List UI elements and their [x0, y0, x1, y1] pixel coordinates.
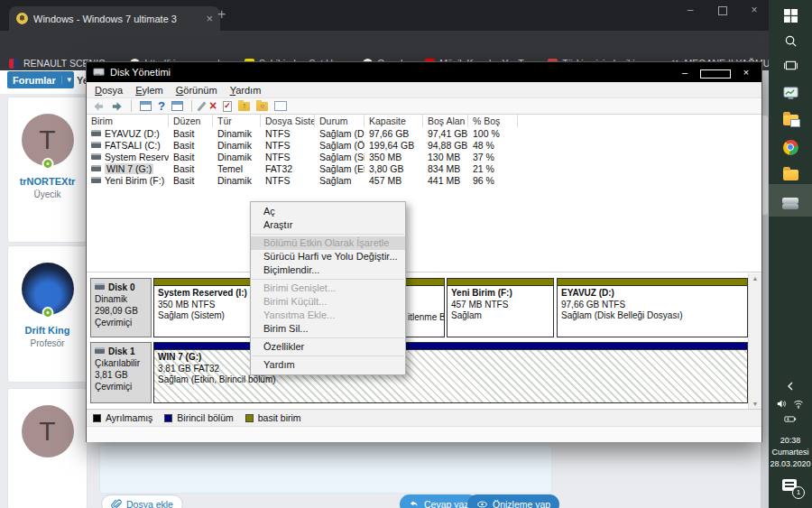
menu-action[interactable]: Eylem [129, 85, 170, 96]
partition-win7-selected[interactable]: WIN 7 (G:) 3,81 GB FAT32 Sağlam (Etkin, … [153, 342, 748, 403]
menu-item-extend: Birimi Genişlet... [251, 282, 405, 295]
help-icon[interactable] [158, 101, 165, 111]
volume-row[interactable]: System Reserved (I:) BasitDinamik NTFSSa… [87, 152, 761, 163]
disk-icon [95, 283, 105, 290]
window-titlebar[interactable]: Disk Yönetimi – × [87, 62, 761, 82]
graph-scrollbar[interactable]: ▲ ▼ [748, 273, 761, 409]
tool-icon[interactable] [197, 101, 206, 111]
column-header[interactable]: Birim [87, 115, 169, 127]
folder-up-icon[interactable] [238, 102, 250, 111]
battery-icon [784, 415, 797, 423]
menu-file[interactable]: Dosya [88, 85, 129, 96]
reply-editor[interactable] [99, 445, 552, 494]
partition-yeni-birim[interactable]: Yeni Birim (F:) 457 MB NTFS Sağlam [447, 278, 554, 337]
date: 28.03.2020 [769, 458, 812, 470]
tab-close-icon[interactable]: × [206, 13, 213, 24]
properties-icon[interactable] [274, 101, 287, 111]
chevron-left-icon [786, 382, 795, 391]
menu-item-delete-volume[interactable]: Birim Sil... [251, 322, 405, 336]
window-title: Disk Yönetimi [110, 67, 171, 78]
check-document-icon[interactable] [223, 101, 232, 112]
search-button[interactable] [769, 27, 812, 54]
chrome-icon [783, 140, 798, 155]
new-tab-button[interactable]: + [217, 7, 226, 22]
notification-badge: 1 [792, 486, 805, 499]
volume-row[interactable]: Yeni Birim (F:) BasitDinamik NTFSSağlam … [87, 175, 761, 187]
hidden-icons-button[interactable] [769, 379, 812, 393]
disk-management-window: Disk Yönetimi – × Dosya Eylem Görünüm Ya… [86, 61, 762, 442]
context-menu: Aç Araştır Bölümü Etkin Olarak İşaretle … [250, 201, 406, 375]
forward-icon[interactable] [111, 101, 123, 112]
task-view-button[interactable] [769, 51, 812, 79]
column-header[interactable]: Dosya Sistemi [261, 115, 315, 127]
menu-item-help[interactable]: Yardım [251, 358, 405, 372]
avatar[interactable] [22, 263, 74, 315]
browser-minimize-button[interactable]: – [679, 4, 701, 16]
unallocated-swatch [93, 414, 101, 422]
performance-monitor-button[interactable] [769, 79, 812, 106]
window-maximize-button[interactable] [700, 62, 731, 82]
column-header[interactable]: % Boş [468, 115, 518, 127]
start-button[interactable] [769, 2, 812, 29]
delete-icon[interactable] [209, 101, 217, 111]
online-badge [42, 307, 53, 319]
battery-button[interactable] [769, 411, 812, 426]
new-window-icon[interactable] [171, 101, 183, 111]
preview-button[interactable]: Önizleme yap [467, 494, 559, 508]
scroll-down-icon[interactable]: ▼ [749, 401, 761, 407]
forum-user-card: T [7, 388, 88, 508]
disk0-info[interactable]: Disk 0 Dinamik 298,09 GB Çevrimiçi [90, 278, 152, 337]
chrome-button[interactable] [769, 134, 812, 161]
browser-maximize-button[interactable] [712, 4, 734, 18]
browser-tab[interactable]: Windows - Windows 7 ultimate 3 × [9, 6, 220, 31]
back-icon[interactable] [93, 101, 105, 112]
folder-icon [783, 170, 798, 180]
toolbar [87, 97, 761, 115]
scroll-up-icon[interactable]: ▲ [749, 275, 761, 282]
menu-item-format[interactable]: Biçimlendir... [251, 263, 405, 277]
menu-view[interactable]: Görünüm [170, 85, 224, 96]
menu-separator [252, 337, 404, 338]
clock[interactable]: 20:38 Cumartesi 28.03.2020 [769, 435, 812, 470]
reply-button[interactable]: Cevap yaz [400, 494, 478, 508]
window-minimize-button[interactable]: – [669, 62, 700, 82]
avatar[interactable]: T [22, 114, 74, 166]
avatar[interactable]: T [22, 405, 74, 457]
folder-search-icon[interactable] [256, 102, 268, 111]
simple-volume-band [558, 279, 747, 286]
column-header[interactable]: Kapasite [364, 115, 423, 127]
volume-row[interactable]: FATSALI (C:) BasitDinamik NTFSSağlam (Ö.… [87, 140, 761, 152]
window-close-button[interactable]: × [731, 62, 761, 82]
forums-tab[interactable]: Forumlar▼ [7, 71, 74, 88]
menu-help[interactable]: Yardım [224, 85, 268, 96]
column-header[interactable]: Düzen [169, 115, 213, 127]
menu-item-explore[interactable]: Araştır [251, 218, 405, 232]
disk1-info[interactable]: Disk 1 Çıkarılabilir 3,81 GB Çevrimiçi [90, 342, 152, 403]
volume-icon [91, 165, 101, 171]
browser-close-button[interactable]: × [743, 4, 765, 16]
disk-management-taskbar-button[interactable] [769, 184, 812, 217]
folder-window-button[interactable] [769, 106, 812, 134]
attach-file-button[interactable]: Dosya ekle [101, 494, 183, 508]
menu-item-open[interactable]: Aç [251, 205, 405, 218]
menu-separator [252, 356, 404, 356]
disk-stack-icon [782, 198, 798, 204]
reply-arrow-icon [409, 499, 420, 508]
column-header[interactable]: Durum [315, 115, 364, 127]
volume-icon [91, 177, 101, 183]
speaker-icon[interactable] [777, 399, 787, 409]
console-window-icon[interactable] [140, 101, 152, 111]
volume-row-selected[interactable]: WIN 7 (G:) BasitTemel FAT32Sağlam (Et...… [87, 163, 761, 175]
page-scrollbar-thumb[interactable] [761, 115, 768, 215]
username-link[interactable]: trNORTEXtr [8, 176, 87, 187]
chevron-down-icon[interactable]: ▼ [61, 76, 77, 84]
column-header[interactable]: Boş Alan [423, 115, 468, 127]
partition-eyavuz[interactable]: EYAVUZ (D:) 97,66 GB NTFS Sağlam (Disk B… [557, 278, 748, 337]
column-header[interactable]: Tür [213, 115, 261, 127]
task-view-icon [784, 60, 798, 71]
username-link[interactable]: Drift King [8, 325, 87, 336]
menu-item-change-letter[interactable]: Sürücü Harfi ve Yolu Değiştir... [251, 250, 405, 263]
menu-item-properties[interactable]: Özellikler [251, 340, 405, 354]
volume-row[interactable]: EYAVUZ (D:) BasitDinamik NTFSSağlam (D..… [87, 128, 761, 140]
wifi-icon[interactable] [793, 399, 804, 409]
